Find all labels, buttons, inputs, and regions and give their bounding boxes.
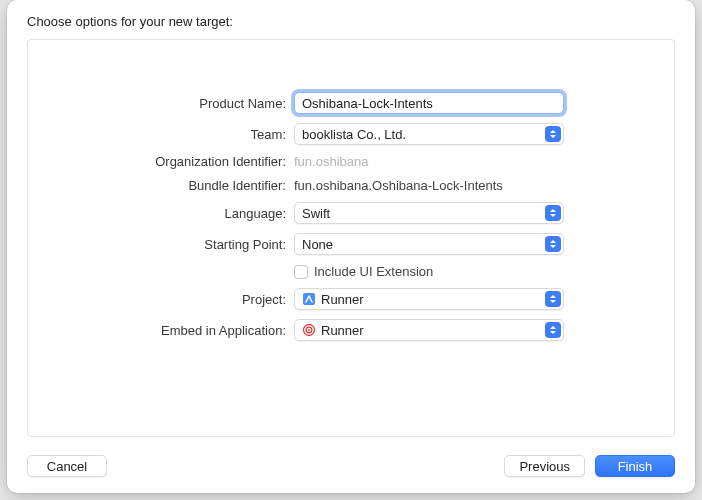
org-id-value: fun.oshibana <box>294 154 368 169</box>
language-select[interactable]: Swift <box>294 202 564 224</box>
updown-icon <box>545 322 561 338</box>
project-select-value: Runner <box>321 292 364 307</box>
xcode-project-icon <box>302 292 316 306</box>
team-select[interactable]: booklista Co., Ltd. <box>294 123 564 145</box>
project-label: Project: <box>28 292 294 307</box>
embed-select-value: Runner <box>321 323 364 338</box>
options-panel: Product Name: Team: booklista Co., Ltd. … <box>27 39 675 437</box>
language-label: Language: <box>28 206 294 221</box>
starting-point-value: None <box>302 237 333 252</box>
svg-point-3 <box>308 329 310 331</box>
embed-select[interactable]: Runner <box>294 319 564 341</box>
product-name-label: Product Name: <box>28 96 294 111</box>
cancel-button[interactable]: Cancel <box>27 455 107 477</box>
svg-rect-0 <box>303 293 315 305</box>
starting-point-select[interactable]: None <box>294 233 564 255</box>
bundle-id-value: fun.oshibana.Oshibana-Lock-Intents <box>294 178 503 193</box>
updown-icon <box>545 291 561 307</box>
team-label: Team: <box>28 127 294 142</box>
button-bar: Cancel Previous Finish <box>7 447 695 493</box>
product-name-input[interactable] <box>294 92 564 114</box>
new-target-sheet: Choose options for your new target: Prod… <box>7 0 695 493</box>
include-ui-extension-label: Include UI Extension <box>314 264 433 279</box>
previous-button[interactable]: Previous <box>504 455 585 477</box>
include-ui-extension-checkbox[interactable] <box>294 265 308 279</box>
sheet-title: Choose options for your new target: <box>7 0 695 35</box>
project-select[interactable]: Runner <box>294 288 564 310</box>
team-select-value: booklista Co., Ltd. <box>302 127 406 142</box>
bundle-id-label: Bundle Identifier: <box>28 178 294 193</box>
starting-point-label: Starting Point: <box>28 237 294 252</box>
options-form: Product Name: Team: booklista Co., Ltd. … <box>28 92 674 341</box>
updown-icon <box>545 205 561 221</box>
updown-icon <box>545 126 561 142</box>
language-select-value: Swift <box>302 206 330 221</box>
finish-button[interactable]: Finish <box>595 455 675 477</box>
embed-label: Embed in Application: <box>28 323 294 338</box>
org-id-label: Organization Identifier: <box>28 154 294 169</box>
app-target-icon <box>302 323 316 337</box>
updown-icon <box>545 236 561 252</box>
